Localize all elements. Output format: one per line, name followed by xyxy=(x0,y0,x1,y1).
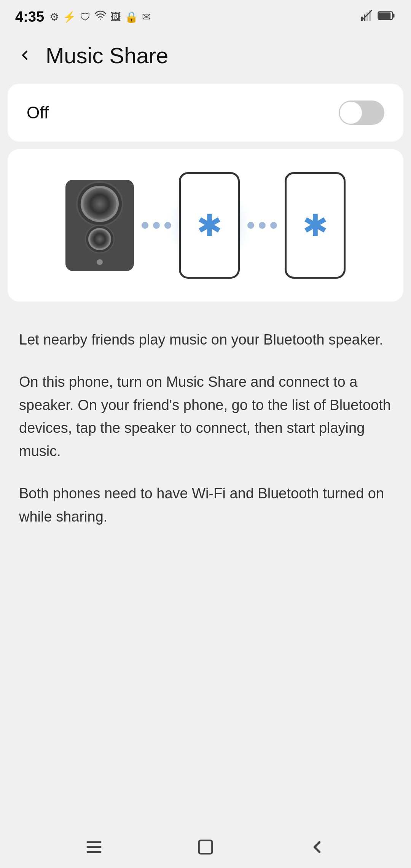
phone-right-box: ✱ xyxy=(285,172,346,279)
dot-1 xyxy=(142,222,148,229)
wifi-icon xyxy=(94,10,107,24)
svg-rect-6 xyxy=(392,13,394,17)
home-button[interactable] xyxy=(190,832,221,862)
speaker-cone-large xyxy=(81,186,119,222)
toggle-label: Off xyxy=(27,103,49,122)
filter-icon: ⚡ xyxy=(63,11,76,23)
dot-4 xyxy=(247,222,254,229)
signal-icon xyxy=(360,9,373,25)
battery-icon xyxy=(378,10,396,24)
settings-icon: ⚙ xyxy=(49,11,59,23)
speaker-dot xyxy=(97,259,103,265)
svg-rect-7 xyxy=(379,12,390,19)
back-nav-button[interactable] xyxy=(302,832,332,862)
svg-rect-11 xyxy=(199,841,212,854)
illustration-card: ✱ ✱ xyxy=(8,149,403,302)
description-section: Let nearby friends play music on your Bl… xyxy=(0,309,411,563)
dot-5 xyxy=(259,222,266,229)
shield-icon: 🛡 xyxy=(80,11,91,23)
status-bar-left: 4:35 ⚙ ⚡ 🛡 🖼 🔒 ✉ xyxy=(15,9,151,25)
page-title: Music Share xyxy=(46,43,168,68)
illustration-container: ✱ ✱ xyxy=(23,172,388,279)
bottom-nav xyxy=(0,826,411,868)
header: Music Share xyxy=(0,30,411,80)
description-paragraph-1: Let nearby friends play music on your Bl… xyxy=(19,328,392,351)
status-bar: 4:35 ⚙ ⚡ 🛡 🖼 🔒 ✉ xyxy=(0,0,411,30)
recent-apps-button[interactable] xyxy=(79,832,109,862)
status-time: 4:35 xyxy=(15,9,44,25)
image-icon: 🖼 xyxy=(110,11,121,23)
toggle-switch[interactable] xyxy=(339,101,384,125)
description-paragraph-2: On this phone, turn on Music Share and c… xyxy=(19,370,392,463)
status-icons: ⚙ ⚡ 🛡 🖼 🔒 ✉ xyxy=(49,10,151,24)
dots-right xyxy=(247,222,277,229)
speaker-illustration xyxy=(65,180,134,271)
dot-6 xyxy=(270,222,277,229)
speaker-cone-small xyxy=(88,228,111,250)
dot-2 xyxy=(153,222,160,229)
back-button[interactable] xyxy=(11,42,38,69)
phone-center-box: ✱ xyxy=(179,172,240,279)
dot-3 xyxy=(164,222,171,229)
dots-left xyxy=(142,222,171,229)
status-bar-right xyxy=(360,9,396,25)
toggle-card: Off xyxy=(8,84,403,142)
lock-icon: 🔒 xyxy=(125,11,138,23)
mail-icon: ✉ xyxy=(142,11,151,23)
bluetooth-right-icon: ✱ xyxy=(303,208,328,243)
phone-center: ✱ xyxy=(179,172,240,279)
description-paragraph-3: Both phones need to have Wi-Fi and Bluet… xyxy=(19,482,392,528)
bluetooth-center-icon: ✱ xyxy=(197,208,222,243)
